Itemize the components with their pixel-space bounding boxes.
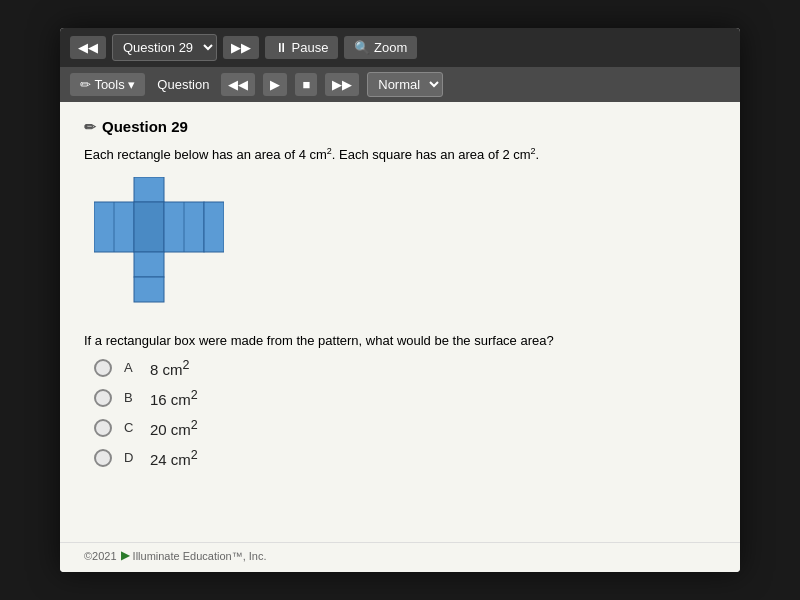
choice-c: C 20 cm2 (94, 418, 716, 438)
question-text: Each rectangle below has an area of 4 cm… (84, 145, 716, 165)
choice-c-value: 20 cm2 (150, 418, 198, 438)
answer-choices: A 8 cm2 B 16 cm2 C 20 cm2 D 24 cm2 (94, 358, 716, 468)
illuminate-logo: ▶ (121, 549, 129, 562)
svg-rect-6 (134, 277, 164, 302)
radio-c[interactable] (94, 419, 112, 437)
choice-b-value: 16 cm2 (150, 388, 198, 408)
toolbar-play-btn[interactable]: ▶ (263, 73, 287, 96)
top-navigation-bar: ◀◀ Question 29 ▶▶ ⏸ Pause 🔍 Zoom (60, 28, 740, 67)
prev-question-btn[interactable]: ◀◀ (70, 36, 106, 59)
choice-b: B 16 cm2 (94, 388, 716, 408)
normal-select[interactable]: Normal (367, 72, 443, 97)
next-question-btn[interactable]: ▶▶ (223, 36, 259, 59)
copyright-text: ©2021 (84, 550, 117, 562)
toolbar-prev-btn[interactable]: ◀◀ (221, 73, 255, 96)
choice-c-letter: C (124, 420, 138, 435)
question-text-period: . (536, 147, 540, 162)
question-text-part2: . Each square has an area of 2 cm (332, 147, 531, 162)
pencil-icon: ✏ (84, 119, 96, 135)
radio-a[interactable] (94, 359, 112, 377)
tools-dropdown-btn[interactable]: ✏ Tools ▾ (70, 73, 145, 96)
content-area: ✏ Question 29 Each rectangle below has a… (60, 102, 740, 542)
footer: ©2021 ▶ Illuminate Education™, Inc. (60, 542, 740, 572)
toolbar: ✏ Tools ▾ Question ◀◀ ▶ ■ ▶▶ Normal (60, 67, 740, 102)
net-diagram (94, 177, 214, 317)
pause-btn[interactable]: ⏸ Pause (265, 36, 338, 59)
choice-a: A 8 cm2 (94, 358, 716, 378)
zoom-btn[interactable]: 🔍 Zoom (344, 36, 417, 59)
company-name: Illuminate Education™, Inc. (133, 550, 267, 562)
question-title: ✏ Question 29 (84, 118, 716, 135)
svg-rect-5 (134, 252, 164, 277)
toolbar-question-label: Question (153, 77, 213, 92)
main-screen: ◀◀ Question 29 ▶▶ ⏸ Pause 🔍 Zoom ✏ Tools… (60, 28, 740, 572)
question-text-part1: Each rectangle below has an area of 4 cm (84, 147, 327, 162)
question-select[interactable]: Question 29 (112, 34, 217, 61)
question-number-label: Question 29 (102, 118, 188, 135)
radio-d[interactable] (94, 449, 112, 467)
choice-a-letter: A (124, 360, 138, 375)
choice-a-value: 8 cm2 (150, 358, 189, 378)
svg-rect-2 (134, 202, 164, 252)
choice-b-letter: B (124, 390, 138, 405)
choice-d-letter: D (124, 450, 138, 465)
svg-rect-0 (134, 177, 164, 202)
radio-b[interactable] (94, 389, 112, 407)
surface-question-text: If a rectangular box were made from the … (84, 333, 716, 348)
toolbar-stop-btn[interactable]: ■ (295, 73, 317, 96)
toolbar-next-btn[interactable]: ▶▶ (325, 73, 359, 96)
choice-d-value: 24 cm2 (150, 448, 198, 468)
svg-rect-4 (204, 202, 224, 252)
choice-d: D 24 cm2 (94, 448, 716, 468)
net-svg (94, 177, 224, 327)
